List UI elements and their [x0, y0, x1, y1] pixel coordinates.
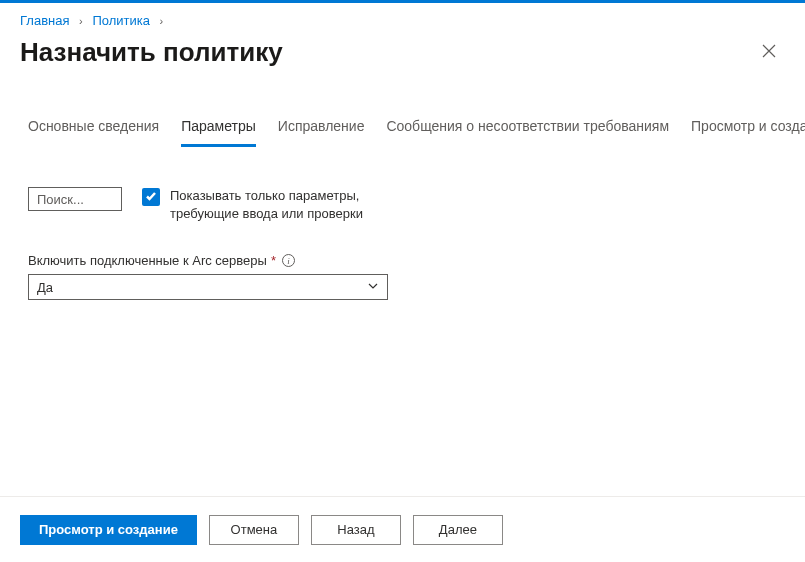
- next-button[interactable]: Далее: [413, 515, 503, 545]
- arc-servers-field: Включить подключенные к Arc серверы * i …: [28, 253, 777, 300]
- chevron-right-icon: ›: [73, 15, 89, 27]
- review-create-button[interactable]: Просмотр и создание: [20, 515, 197, 545]
- breadcrumb-link-home[interactable]: Главная: [20, 13, 69, 28]
- page-header: Назначить политику: [0, 34, 805, 78]
- tabs: Основные сведения Параметры Исправление …: [28, 112, 777, 147]
- arc-field-label: Включить подключенные к Arc серверы * i: [28, 253, 777, 268]
- info-icon[interactable]: i: [282, 254, 295, 267]
- breadcrumb: Главная › Политика ›: [0, 3, 805, 34]
- tab-remediation[interactable]: Исправление: [278, 112, 365, 147]
- tab-review-create[interactable]: Просмотр и создание: [691, 112, 805, 147]
- tab-noncompliance-messages[interactable]: Сообщения о несоответствии требованиям: [386, 112, 669, 147]
- arc-select-value: Да: [37, 280, 53, 295]
- chevron-right-icon: ›: [154, 15, 170, 27]
- content-area: Основные сведения Параметры Исправление …: [0, 94, 805, 496]
- tab-basics[interactable]: Основные сведения: [28, 112, 159, 147]
- required-indicator: *: [271, 253, 276, 268]
- chevron-down-icon: [367, 280, 379, 295]
- close-icon: [762, 44, 776, 61]
- filter-row: Показывать только параметры, требующие в…: [28, 187, 777, 223]
- tab-parameters[interactable]: Параметры: [181, 112, 256, 147]
- arc-field-label-text: Включить подключенные к Arc серверы: [28, 253, 267, 268]
- filter-checkbox[interactable]: [142, 188, 160, 206]
- checkmark-icon: [145, 190, 157, 205]
- footer-actions: Просмотр и создание Отмена Назад Далее: [0, 496, 805, 562]
- page-title: Назначить политику: [20, 37, 283, 68]
- arc-servers-select[interactable]: Да: [28, 274, 388, 300]
- cancel-button[interactable]: Отмена: [209, 515, 299, 545]
- filter-checkbox-wrap: Показывать только параметры, требующие в…: [142, 187, 410, 223]
- breadcrumb-link-policy[interactable]: Политика: [92, 13, 150, 28]
- filter-checkbox-label: Показывать только параметры, требующие в…: [170, 187, 410, 223]
- back-button[interactable]: Назад: [311, 515, 401, 545]
- close-button[interactable]: [753, 36, 785, 68]
- search-input[interactable]: [28, 187, 122, 211]
